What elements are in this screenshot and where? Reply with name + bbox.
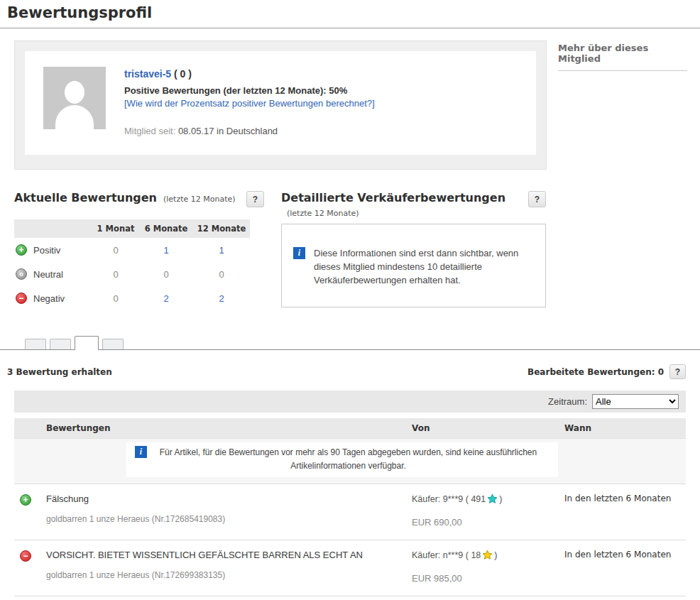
feedback-received-count: 3 Bewertung erhalten <box>7 367 112 377</box>
feedback-price: EUR 985,00 <box>412 573 564 584</box>
star-icon <box>487 493 498 506</box>
detailed-seller-ratings-panel: Detaillierte Verkäuferbewertungen ? (let… <box>281 191 546 310</box>
star-icon <box>482 550 493 562</box>
feedback-row: + Fälschung goldbarren 1 unze Heraeus (N… <box>14 484 686 540</box>
stat-value-1-month: 0 <box>92 269 139 280</box>
neutral-icon: o <box>16 268 27 280</box>
revised-feedback: Bearbeitete Bewertungen: 0 ? <box>527 364 686 379</box>
column-12-monate: 12 Monate <box>193 224 250 234</box>
stat-value-6-months[interactable]: 2 <box>139 293 193 304</box>
feedback-tab[interactable] <box>102 339 124 349</box>
username-link[interactable]: tristavei-5 <box>124 68 171 80</box>
member-since-label: Mitglied seit: <box>124 126 175 136</box>
feedback-price: EUR 690,00 <box>412 517 564 528</box>
feedback-comment: VORSICHT. BIETET WISSENTLICH GEFÄLSCHTE … <box>46 550 412 560</box>
recent-feedback-table: 1 Monat 6 Monate 12 Monate + Positiv 0 1… <box>14 219 250 310</box>
dsr-subheading: (letzte 12 Monate) <box>287 209 546 218</box>
period-filter-bar: Zeitraum: Alle <box>14 391 686 413</box>
page-title: Bewertungsprofil <box>7 4 700 21</box>
feedback-row: − VORSICHT. BIETET WISSENTLICH GEFÄLSCHT… <box>14 596 686 600</box>
info-icon: i <box>293 247 305 259</box>
feedback-comment: Fälschung <box>46 493 412 504</box>
member-since: Mitglied seit: 08.05.17 in Deutschland <box>124 126 375 136</box>
stat-value-12-months[interactable]: 1 <box>193 245 250 256</box>
feedback-tab[interactable] <box>25 339 46 349</box>
stat-value-12-months[interactable]: 2 <box>193 293 250 304</box>
feedback-tabs <box>0 336 700 350</box>
positive-percentage: Positive Bewertungen (der letzten 12 Mon… <box>124 85 375 96</box>
avatar-silhouette-icon <box>65 81 84 104</box>
column-6-monate: 6 Monate <box>139 224 193 234</box>
column-1-monat: 1 Monat <box>92 224 139 234</box>
feedback-tab[interactable] <box>75 336 99 350</box>
recent-feedback-panel: Aktuelle Bewertungen (letzte 12 Monate) … <box>14 191 264 310</box>
feedback-when: In den letzten 6 Monaten <box>564 550 686 584</box>
column-bewertungen: Bewertungen <box>46 423 412 433</box>
profile-details: tristavei-5 ( 0 ) Positive Bewertungen (… <box>124 67 375 136</box>
profile-card: tristavei-5 ( 0 ) Positive Bewertungen (… <box>14 40 547 170</box>
period-select[interactable]: Alle <box>592 394 679 409</box>
stat-value-1-month: 0 <box>92 293 139 304</box>
stat-row-label: Positiv <box>33 245 60 256</box>
feedback-item: goldbarren 1 unze Heraeus (Nr.1726993831… <box>46 570 412 580</box>
column-wann: Wann <box>564 423 686 433</box>
recent-feedback-heading: Aktuelle Bewertungen <box>14 191 157 204</box>
revised-feedback-label: Bearbeitete Bewertungen: 0 <box>527 367 664 377</box>
help-icon[interactable]: ? <box>246 191 264 207</box>
help-icon[interactable]: ? <box>528 191 546 207</box>
recent-feedback-subheading: (letzte 12 Monate) <box>163 195 236 204</box>
member-since-value: 08.05.17 in Deutschland <box>178 126 278 136</box>
profile-card-inner: tristavei-5 ( 0 ) Positive Bewertungen (… <box>25 51 536 155</box>
dsr-info-box: i Diese Informationen sind erst dann sic… <box>281 224 546 307</box>
feedback-when: In den letzten 6 Monaten <box>564 493 686 528</box>
username-line: tristavei-5 ( 0 ) <box>124 68 375 80</box>
feedback-item: goldbarren 1 unze Heraeus (Nr.1726854190… <box>46 514 412 524</box>
profile-section: tristavei-5 ( 0 ) Positive Bewertungen (… <box>14 40 687 170</box>
info-icon: i <box>135 446 147 458</box>
help-icon[interactable]: ? <box>669 364 686 379</box>
feedback-table: Bewertungen Von Wann i Für Artikel, für … <box>14 418 686 600</box>
feedback-overview-section: Aktuelle Bewertungen (letzte 12 Monate) … <box>14 191 543 310</box>
dsr-heading: Detaillierte Verkäuferbewertungen <box>281 191 505 204</box>
feedback-notice-box: i Für Artikel, für die Bewertungen vor m… <box>126 442 558 477</box>
percentage-explained-link[interactable]: [Wie wird der Prozentsatz positiver Bewe… <box>124 98 375 109</box>
recent-feedback-rows: + Positiv 0 1 1 o Neutral 0 0 0 − Negati… <box>14 238 250 310</box>
stat-row: − Negativ 0 2 2 <box>14 286 250 310</box>
feedback-table-header: Bewertungen Von Wann <box>14 418 686 438</box>
recent-feedback-header-row: 1 Monat 6 Monate 12 Monate <box>14 219 250 238</box>
stat-value-12-months: 0 <box>193 269 250 280</box>
more-about-member-panel: Mehr über dieses Mitglied <box>558 40 687 170</box>
stat-row-label: Negativ <box>33 293 65 304</box>
feedback-tab[interactable] <box>50 339 71 349</box>
negative-icon: − <box>20 550 31 562</box>
summary-row: 3 Bewertung erhalten Bearbeitete Bewertu… <box>7 364 686 379</box>
positive-icon: + <box>20 494 31 506</box>
feedback-row: − VORSICHT. BIETET WISSENTLICH GEFÄLSCHT… <box>14 540 686 596</box>
period-filter-label: Zeitraum: <box>548 396 587 407</box>
stat-row: o Neutral 0 0 0 <box>14 262 250 286</box>
positive-icon: + <box>16 244 27 256</box>
negative-icon: − <box>16 293 27 304</box>
stat-row-label: Neutral <box>33 269 63 280</box>
stat-value-6-months: 0 <box>139 269 193 280</box>
stat-row: + Positiv 0 1 1 <box>14 238 250 262</box>
feedback-buyer: Käufer: 9***9 ( 491) <box>412 493 564 506</box>
stat-value-6-months[interactable]: 1 <box>139 245 193 256</box>
feedback-buyer: Käufer: n***9 ( 18) <box>412 550 564 562</box>
sidebar-heading: Mehr über dieses Mitglied <box>558 43 687 64</box>
feedback-notice-text: Für Artikel, für die Bewertungen vor meh… <box>147 446 549 472</box>
title-divider <box>0 28 700 28</box>
feedback-notice-row: i Für Artikel, für die Bewertungen vor m… <box>14 438 686 484</box>
stat-value-1-month: 0 <box>92 245 139 256</box>
sidebar-divider <box>558 70 687 71</box>
feedback-rows: + Fälschung goldbarren 1 unze Heraeus (N… <box>14 484 686 600</box>
dsr-info-text: Diese Informationen sind erst dann sicht… <box>314 247 534 288</box>
feedback-score: ( 0 ) <box>174 68 192 80</box>
column-von: Von <box>412 423 564 433</box>
avatar <box>43 67 106 129</box>
